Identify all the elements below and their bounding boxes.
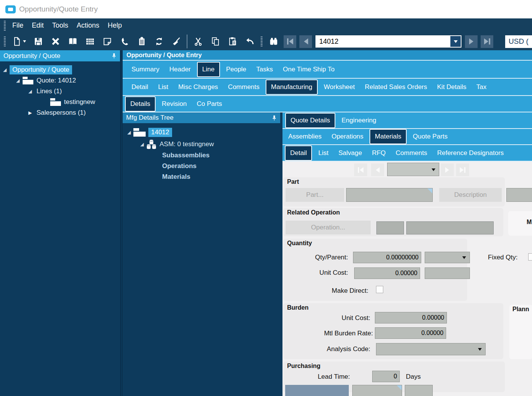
cut-button[interactable] <box>189 34 207 49</box>
menu-edit[interactable]: Edit <box>28 18 48 33</box>
grid-button[interactable] <box>81 34 99 49</box>
supplier-button[interactable] <box>285 385 349 396</box>
previous-record-button[interactable] <box>299 35 312 48</box>
pin-icon[interactable] <box>272 115 277 121</box>
qty-parent-field[interactable]: 0.00000000 <box>353 252 421 263</box>
refresh-button[interactable] <box>150 34 167 49</box>
quantity-unit-cost-field[interactable]: 0.00000 <box>354 267 420 279</box>
operation-button[interactable]: Operation... <box>286 221 371 234</box>
record-combobox[interactable]: 14012 <box>315 35 462 48</box>
lead-time-field[interactable]: 0 <box>372 371 400 382</box>
mtl-burden-rate-field[interactable]: 0.00000 <box>375 327 446 339</box>
material-first-button[interactable] <box>354 163 367 176</box>
tree-item-label[interactable]: Salespersons (1) <box>36 109 86 117</box>
tab-summary[interactable]: Summary <box>126 66 164 73</box>
toolbar-grip-2[interactable] <box>261 36 263 46</box>
mfg-tree-root-label[interactable]: 14012 <box>148 128 172 137</box>
new-document-button[interactable] <box>8 34 30 49</box>
pin-icon[interactable] <box>112 53 117 59</box>
tab-revision[interactable]: Revision <box>157 100 192 108</box>
tab-operations[interactable]: Operations <box>327 133 368 140</box>
material-next-button[interactable] <box>441 163 454 176</box>
operation-desc-field[interactable] <box>406 221 494 234</box>
part-description-field[interactable] <box>506 188 532 202</box>
search-button[interactable] <box>265 34 282 49</box>
paste-button[interactable] <box>224 34 241 49</box>
tab-salvage[interactable]: Salvage <box>333 149 367 157</box>
tab-material-list[interactable]: List <box>313 149 333 157</box>
panel-splitter[interactable] <box>120 50 123 396</box>
expand-icon[interactable]: ◢ <box>16 78 20 83</box>
description-button[interactable]: Description <box>439 188 502 202</box>
currency-toggle[interactable]: USD ( <box>505 35 532 48</box>
mfg-tree-item-label[interactable]: Materials <box>162 173 190 181</box>
tab-details[interactable]: Details <box>125 96 156 112</box>
material-record-combobox[interactable] <box>387 163 439 176</box>
toolbar-grip[interactable] <box>4 36 6 46</box>
cost-uom-field[interactable] <box>425 267 470 279</box>
fixed-qty-checkbox[interactable] <box>528 253 532 261</box>
expand-icon[interactable]: ◢ <box>127 130 131 135</box>
save-button[interactable] <box>30 34 47 49</box>
attachment-button[interactable] <box>133 34 150 49</box>
tree-item-label[interactable]: Lines (1) <box>36 87 62 95</box>
mfg-tree-subassemblies[interactable]: Subassemblies <box>123 150 280 161</box>
tab-comments[interactable]: Comments <box>223 83 264 91</box>
collapse-icon[interactable]: ▶ <box>28 110 32 116</box>
tab-tasks[interactable]: Tasks <box>251 66 278 73</box>
record-combobox-dropdown[interactable] <box>450 36 461 47</box>
analysis-code-combobox[interactable] <box>376 343 486 355</box>
tab-assemblies[interactable]: Assemblies <box>283 133 327 140</box>
tab-tax[interactable]: Tax <box>471 83 491 91</box>
tab-list[interactable]: List <box>153 83 173 91</box>
phone-button[interactable] <box>116 34 133 49</box>
next-record-button[interactable] <box>465 35 478 48</box>
tab-co-parts[interactable]: Co Parts <box>192 100 227 108</box>
material-last-button[interactable] <box>456 163 469 176</box>
mfg-tree-root[interactable]: ◢ 14012 <box>123 126 280 139</box>
tab-rfq[interactable]: RFQ <box>367 149 391 157</box>
tab-engineering[interactable]: Engineering <box>337 117 381 124</box>
mfg-tree-assembly-label[interactable]: ASM: 0 testingnew <box>159 140 214 148</box>
tree-item-label[interactable]: testingnew <box>64 98 95 106</box>
burden-unit-cost-field[interactable]: 0.00000 <box>375 312 447 323</box>
part-button[interactable]: Part... <box>286 188 344 202</box>
delete-button[interactable] <box>47 34 64 49</box>
operation-seq-field[interactable] <box>376 221 404 234</box>
mfg-tree-item-label[interactable]: Subassemblies <box>162 152 210 159</box>
tree-item-salespersons[interactable]: ▶ Salespersons (1) <box>0 107 120 118</box>
book-button[interactable] <box>64 34 81 49</box>
tree-item-lines[interactable]: ◢ Lines (1) <box>0 86 120 97</box>
tab-manufacturing[interactable]: Manufacturing <box>266 79 318 95</box>
tree-item-opportunity-quote[interactable]: ◢ Opportunity / Quote <box>0 64 120 75</box>
tab-material-comments[interactable]: Comments <box>391 149 432 157</box>
tree-item-label[interactable]: Quote: 14012 <box>36 77 76 84</box>
tab-materials[interactable]: Materials <box>369 129 407 144</box>
expand-icon[interactable]: ◢ <box>140 142 144 147</box>
mfg-tree-materials[interactable]: Materials <box>123 172 280 182</box>
note-button[interactable] <box>99 34 116 49</box>
tree-item-testingnew[interactable]: testingnew <box>0 97 120 107</box>
last-record-button[interactable] <box>481 35 493 48</box>
supplier-extra-field[interactable] <box>405 385 433 396</box>
tab-quote-details[interactable]: Quote Details <box>285 113 335 128</box>
tab-material-detail[interactable]: Detail <box>285 145 312 161</box>
mfg-tree-assembly[interactable]: ◢ ASM: 0 testingnew <box>123 139 280 150</box>
tree-item-quote-14012[interactable]: ◢ Quote: 14012 <box>0 75 120 86</box>
mfg-tree-operations[interactable]: Operations <box>123 161 280 172</box>
tab-kit-details[interactable]: Kit Details <box>432 83 471 91</box>
copy-button[interactable] <box>207 34 224 49</box>
first-record-button[interactable] <box>284 35 296 48</box>
mfg-tree-item-label[interactable]: Operations <box>162 162 197 170</box>
qty-uom-combobox[interactable] <box>425 252 470 263</box>
clear-button[interactable] <box>167 34 185 49</box>
tab-related-sales-orders[interactable]: Related Sales Orders <box>360 83 432 91</box>
tab-misc-charges[interactable]: Misc Charges <box>173 83 223 91</box>
tree-item-label[interactable]: Opportunity / Quote <box>10 65 72 74</box>
new-dropdown-icon[interactable] <box>23 40 26 43</box>
tab-reference-designators[interactable]: Reference Designators <box>432 149 509 157</box>
undo-button[interactable] <box>241 34 258 49</box>
tab-header[interactable]: Header <box>164 66 196 73</box>
menu-grip[interactable] <box>4 21 6 31</box>
tab-detail[interactable]: Detail <box>126 83 153 91</box>
